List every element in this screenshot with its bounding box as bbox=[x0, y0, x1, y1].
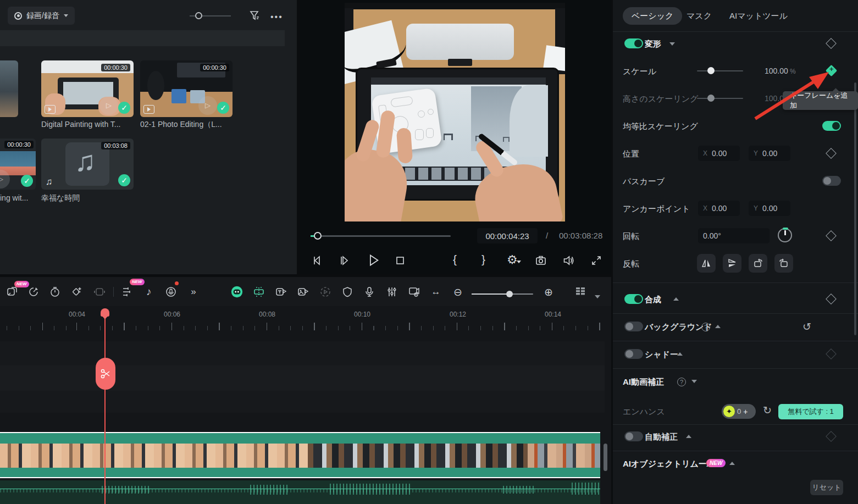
flip-vertical-button[interactable] bbox=[723, 254, 741, 273]
playback-settings-icon[interactable]: ⚙ bbox=[507, 253, 518, 267]
enhance-refresh-icon[interactable]: ↺ bbox=[763, 404, 772, 417]
object-remover-collapse-icon[interactable] bbox=[729, 462, 735, 465]
rotate-keyframe-icon[interactable] bbox=[826, 230, 837, 241]
transform-keyframe-icon[interactable] bbox=[826, 38, 837, 49]
ai-video-collapse-icon[interactable] bbox=[691, 380, 697, 383]
position-y-field[interactable]: Y0.00 bbox=[749, 146, 790, 161]
media-item-audio[interactable]: ♫ 00:03:08 ♫ ✓ bbox=[41, 139, 134, 190]
preview-seek-bar[interactable] bbox=[311, 235, 451, 237]
shadow-collapse-icon[interactable] bbox=[677, 352, 683, 356]
rotate-dial-icon[interactable] bbox=[778, 228, 792, 242]
shadow-keyframe-icon[interactable] bbox=[826, 348, 837, 359]
anchor-x-field[interactable]: X0.00 bbox=[698, 201, 740, 216]
playhead-handle[interactable] bbox=[101, 308, 109, 317]
tab-ai-matte[interactable]: AIマットツール bbox=[721, 7, 796, 25]
stop-button[interactable] bbox=[394, 254, 407, 267]
image-to-video-icon[interactable] bbox=[296, 285, 309, 298]
speed-ramp-icon[interactable] bbox=[27, 285, 40, 298]
transform-collapse-icon[interactable] bbox=[669, 42, 675, 46]
transform-toggle[interactable] bbox=[624, 38, 643, 48]
thumbnail-zoom-handle[interactable] bbox=[195, 12, 202, 19]
tab-basic[interactable]: ベーシック bbox=[623, 7, 682, 25]
next-frame-button[interactable] bbox=[338, 254, 351, 267]
timeline-zoom-out-icon[interactable]: ⊖ bbox=[451, 285, 464, 298]
playhead[interactable] bbox=[104, 308, 106, 504]
freeze-frame-icon[interactable] bbox=[93, 285, 106, 298]
timeline-audio-clip[interactable] bbox=[0, 480, 600, 504]
compositing-collapse-icon[interactable] bbox=[673, 297, 679, 301]
tab-mask[interactable]: マスク bbox=[678, 7, 721, 25]
render-preview-icon[interactable] bbox=[319, 285, 332, 298]
empty-track[interactable] bbox=[0, 341, 605, 365]
split-scissors-button[interactable] bbox=[96, 358, 115, 390]
enhance-credits-pill[interactable]: ✦ 0 + bbox=[722, 404, 756, 419]
timeline-ruler[interactable]: 00:04 00:06 00:08 00:10 00:12 00:14 bbox=[0, 306, 611, 341]
preview-video[interactable] bbox=[345, 3, 565, 221]
volume-icon[interactable] bbox=[561, 254, 575, 267]
filter-icon[interactable] bbox=[248, 9, 262, 22]
flip-horizontal-button[interactable] bbox=[697, 254, 716, 273]
background-help-icon[interactable]: ? bbox=[701, 323, 710, 331]
current-timecode[interactable]: 00:00:04:23 bbox=[477, 228, 538, 243]
background-collapse-icon[interactable] bbox=[715, 325, 721, 328]
duration-timer-icon[interactable] bbox=[48, 285, 62, 298]
screen-record-icon[interactable] bbox=[407, 285, 420, 298]
media-item-video-2[interactable]: 00:00:30 ▷ ✓ bbox=[140, 60, 233, 117]
track-manager-caret-icon[interactable] bbox=[595, 291, 600, 301]
mark-in-button[interactable]: { bbox=[453, 253, 457, 266]
timeline-zoom-handle[interactable] bbox=[506, 291, 513, 297]
compositing-toggle[interactable] bbox=[624, 294, 643, 304]
timeline-vertical-scrollbar[interactable] bbox=[604, 444, 607, 471]
fullscreen-icon[interactable] bbox=[590, 254, 603, 267]
split-crop-icon[interactable] bbox=[5, 285, 19, 298]
audio-mixer-icon[interactable] bbox=[385, 285, 398, 298]
rotate-field[interactable]: 0.00° bbox=[698, 228, 770, 243]
auto-ripple-icon[interactable]: ↔ bbox=[429, 285, 442, 298]
scale-slider-handle[interactable] bbox=[707, 67, 715, 74]
library-path-bar[interactable] bbox=[0, 30, 285, 46]
height-scale-slider-handle[interactable] bbox=[707, 95, 715, 102]
add-keyframe-icon[interactable] bbox=[70, 285, 84, 298]
rotate-ccw-button[interactable] bbox=[774, 254, 793, 273]
text-to-video-icon[interactable] bbox=[274, 285, 287, 298]
height-scale-slider[interactable] bbox=[697, 98, 743, 99]
media-source-dropdown[interactable]: 録画/録音 bbox=[8, 7, 75, 25]
background-reset-icon[interactable]: ↺ bbox=[802, 320, 811, 333]
more-options-icon[interactable]: ••• bbox=[270, 12, 283, 22]
empty-track[interactable] bbox=[0, 391, 605, 413]
media-item-video-partial[interactable]: 00:00:30 ▷ ✓ bbox=[0, 139, 36, 190]
more-tools-icon[interactable]: » bbox=[187, 285, 200, 298]
scale-slider[interactable] bbox=[697, 70, 743, 71]
timeline-video-clip[interactable] bbox=[0, 432, 600, 478]
empty-track[interactable] bbox=[0, 365, 605, 391]
track-manager-icon[interactable] bbox=[574, 285, 587, 298]
free-trial-button[interactable]: 無料で試す : 1 bbox=[778, 404, 843, 419]
preview-seek-handle[interactable] bbox=[314, 232, 322, 240]
music-tools-icon[interactable]: ♪ bbox=[142, 285, 156, 298]
rotate-cw-button[interactable] bbox=[749, 254, 767, 273]
ai-video-help-icon[interactable]: ? bbox=[677, 378, 686, 386]
play-button[interactable] bbox=[366, 253, 381, 268]
position-keyframe-icon[interactable] bbox=[826, 148, 837, 159]
previous-frame-button[interactable] bbox=[311, 254, 324, 267]
media-item-partial-edge[interactable] bbox=[0, 60, 18, 117]
reset-button[interactable]: リセット bbox=[810, 480, 843, 495]
timeline-zoom-in-icon[interactable]: ⊕ bbox=[542, 285, 555, 298]
quick-split-icon[interactable] bbox=[252, 285, 265, 298]
properties-scrollbar[interactable] bbox=[854, 82, 856, 335]
record-voiceover-icon[interactable] bbox=[363, 285, 376, 298]
shield-icon[interactable] bbox=[341, 285, 354, 298]
compositing-keyframe-icon[interactable] bbox=[826, 293, 837, 304]
auto-correct-collapse-icon[interactable] bbox=[686, 435, 691, 438]
background-toggle[interactable] bbox=[624, 322, 643, 331]
media-item-video-1[interactable]: 00:00:30 ▷ ✓ bbox=[41, 60, 134, 117]
path-curve-toggle[interactable] bbox=[822, 176, 841, 186]
auto-correct-keyframe-icon[interactable] bbox=[826, 431, 837, 442]
auto-beat-sync-icon[interactable] bbox=[120, 285, 134, 298]
anchor-y-field[interactable]: Y0.00 bbox=[749, 201, 790, 216]
snapshot-camera-icon[interactable] bbox=[534, 254, 547, 267]
ai-audio-icon[interactable] bbox=[164, 285, 178, 298]
mark-out-button[interactable]: } bbox=[481, 253, 485, 266]
ai-copilot-icon[interactable] bbox=[230, 285, 243, 298]
position-x-field[interactable]: X0.00 bbox=[698, 146, 740, 161]
